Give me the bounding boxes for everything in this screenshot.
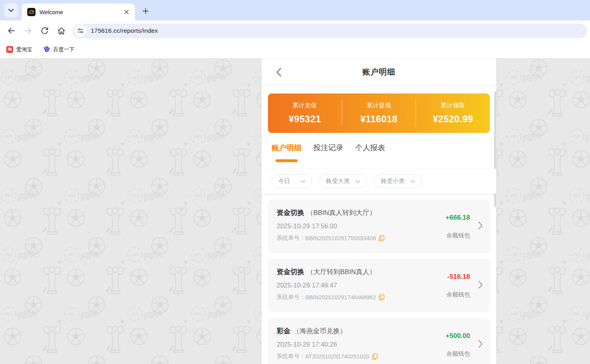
browser-tab[interactable]: Welcome: [22, 4, 135, 21]
forward-button[interactable]: [21, 23, 36, 38]
transaction-type: 彩金: [277, 326, 290, 336]
copy-icon[interactable]: [372, 353, 378, 360]
account-detail-panel: 账户明细 累计充值 ¥95321 累计提现 ¥116018 累计领取 ¥2520…: [262, 58, 496, 364]
browser-toolbar: 175616.cc/reports/index: [0, 21, 590, 41]
tab-bet-records[interactable]: 投注记录: [313, 139, 343, 157]
bookmark-label: 百度一下: [53, 46, 75, 53]
stat-value: ¥95321: [288, 114, 321, 125]
copy-icon[interactable]: [379, 294, 384, 301]
order-number: BBIN202510291755593408: [305, 235, 376, 241]
transaction-amount: +500.00: [446, 332, 470, 340]
chevron-down-icon: [8, 7, 14, 14]
new-tab-button[interactable]: [139, 5, 152, 19]
page-title: 账户明细: [362, 67, 395, 77]
order-number: BBIN202510291746468962: [305, 294, 376, 301]
transaction-card[interactable]: 彩金 （海燕金币兑换） 2025-10-29 17:40:26 系统单号： AT…: [268, 318, 490, 364]
filter-major-category-dropdown[interactable]: 账变大类: [319, 174, 367, 188]
stat-label: 累计充值: [292, 102, 317, 109]
stat-value: ¥116018: [360, 114, 397, 125]
transaction-type: 资金切换: [277, 267, 304, 276]
transaction-amount: +666.18: [446, 214, 470, 222]
panel-header: 账户明细: [262, 58, 496, 86]
reload-button[interactable]: [37, 23, 52, 38]
summary-card: 累计充值 ¥95321 累计提现 ¥116018 累计领取 ¥2520.99: [268, 93, 490, 133]
bookmark-label: 爱淘宝: [16, 46, 32, 53]
transaction-wallet: 余额钱包: [446, 350, 470, 358]
transaction-card[interactable]: 资金切换 （BBIN真人转到大厅） 2025-10-29 17:56:00 系统…: [268, 200, 490, 253]
transaction-subtitle: （BBIN真人转到大厅）: [307, 208, 376, 217]
page-content: FIFA: [0, 58, 590, 364]
chevron-down-icon: [410, 180, 415, 183]
filter-date-dropdown[interactable]: 今日: [272, 174, 312, 188]
chevron-down-icon: [355, 180, 360, 183]
chevron-right-icon[interactable]: [478, 340, 483, 348]
taobao-icon: 淘: [6, 46, 13, 53]
bookmark-aitaobao[interactable]: 淘 爱淘宝: [6, 46, 32, 53]
chevron-down-icon: [300, 180, 305, 183]
back-button[interactable]: [4, 23, 19, 38]
tab-search-button[interactable]: [4, 3, 18, 17]
address-bar[interactable]: 175616.cc/reports/index: [73, 24, 587, 38]
section-tabs: 账户明细 投注记录 个人报表: [262, 133, 496, 169]
transaction-wallet: 余额钱包: [446, 291, 470, 299]
order-number: AT202510291740251020: [305, 353, 370, 360]
chevron-right-icon[interactable]: [478, 222, 483, 230]
back-chevron-icon[interactable]: [273, 67, 284, 77]
baidu-paw-icon: du: [43, 46, 50, 54]
bookmarks-bar: 淘 爱淘宝 du 百度一下: [0, 41, 590, 58]
tab-personal-report[interactable]: 个人报表: [355, 139, 385, 157]
transaction-list: 资金切换 （BBIN真人转到大厅） 2025-10-29 17:56:00 系统…: [262, 194, 496, 364]
filters-row: 今日 账变大类 账变小类: [262, 169, 496, 194]
order-number-label: 系统单号：: [277, 293, 305, 301]
transaction-wallet: 余额钱包: [446, 232, 470, 239]
svg-text:du: du: [45, 49, 48, 51]
stat-total-deposit: 累计充值 ¥95321: [268, 93, 342, 133]
stat-label: 累计提现: [367, 102, 391, 109]
tune-icon: [77, 28, 84, 34]
transaction-type: 资金切换: [277, 208, 304, 217]
stat-value: ¥2520.99: [433, 114, 473, 125]
tab-account-detail[interactable]: 账户明细: [272, 139, 302, 157]
stat-total-claimed: 累计领取 ¥2520.99: [416, 93, 490, 133]
transaction-subtitle: （大厅转到BBIN真人）: [307, 267, 376, 276]
stat-total-withdraw: 累计提现 ¥116018: [342, 93, 416, 133]
chevron-right-icon[interactable]: [478, 281, 483, 289]
tab-close-icon[interactable]: [121, 7, 132, 18]
order-number-label: 系统单号：: [277, 353, 305, 360]
order-number-label: 系统单号：: [277, 234, 305, 242]
transaction-amount: -516.18: [447, 273, 470, 281]
home-button[interactable]: [54, 23, 69, 38]
plus-icon: [142, 8, 149, 16]
stat-label: 累计领取: [441, 102, 465, 109]
site-info-button[interactable]: [75, 25, 86, 37]
tab-title: Welcome: [39, 9, 121, 15]
browser-tab-strip: Welcome: [0, 0, 590, 21]
copy-icon[interactable]: [379, 235, 384, 241]
bookmark-baidu[interactable]: du 百度一下: [43, 46, 75, 54]
url-text[interactable]: 175616.cc/reports/index: [91, 27, 158, 34]
transaction-card[interactable]: 资金切换 （大厅转到BBIN真人） 2025-10-29 17:46:47 系统…: [268, 259, 490, 312]
transaction-subtitle: （海燕金币兑换）: [293, 327, 347, 336]
filter-minor-category-dropdown[interactable]: 账变小类: [374, 174, 422, 188]
site-favicon-icon: [27, 8, 36, 16]
